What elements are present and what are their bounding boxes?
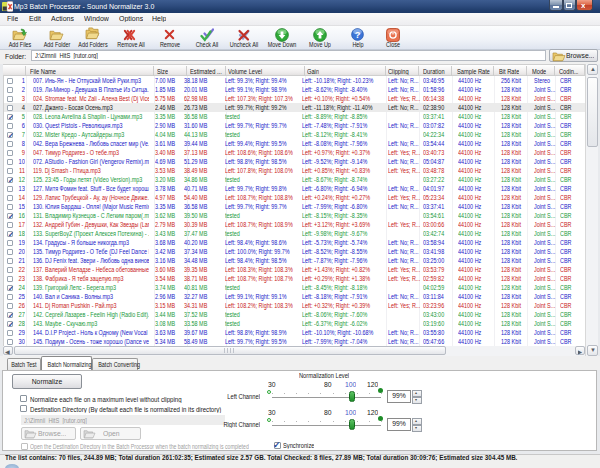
svg-text:?: ? — [355, 30, 361, 40]
